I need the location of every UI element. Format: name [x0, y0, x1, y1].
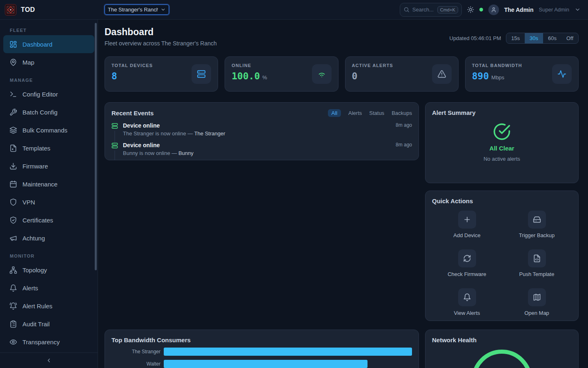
stat-value: 100.0	[232, 71, 260, 81]
app-logo-icon	[5, 4, 16, 16]
brand-name: TOD	[21, 6, 35, 13]
event-time: 8m ago	[396, 142, 412, 148]
page-subtitle: Fleet overview across The Stranger's Ran…	[105, 40, 217, 47]
sidebar-item-label: Alert Rules	[22, 303, 52, 310]
stat-card-online: ONLINE 100.0 %	[225, 56, 338, 92]
file-code-icon	[528, 249, 546, 267]
sidebar-section-manage: MANAGE	[3, 71, 94, 85]
sidebar-item-label: Achtung	[22, 235, 45, 242]
user-menu-button[interactable]	[575, 7, 581, 13]
refresh-icon	[458, 249, 476, 267]
wrench-icon	[9, 108, 17, 116]
user-role: Super Admin	[539, 7, 569, 13]
health-ring-gauge: 100	[472, 350, 532, 368]
sidebar-item-certificates[interactable]: Certificates	[3, 211, 94, 229]
events-filter-status[interactable]: Status	[369, 110, 384, 116]
search-input[interactable]: Search... Cmd+K	[400, 3, 462, 17]
shield-check-icon	[9, 216, 17, 224]
stat-label: TOTAL BANDWIDTH	[472, 63, 522, 68]
sidebar-item-label: Batch Config	[22, 109, 58, 116]
sidebar-item-label: Dashboard	[22, 41, 52, 48]
stat-label: ONLINE	[232, 63, 267, 68]
activity-icon	[557, 70, 566, 79]
search-shortcut-badge: Cmd+K	[437, 6, 458, 13]
sidebar-item-label: VPN	[22, 199, 35, 206]
refresh-interval-30s[interactable]: 30s	[525, 33, 543, 43]
sidebar-item-achtung[interactable]: Achtung	[3, 229, 94, 247]
sidebar-item-config-editor[interactable]: Config Editor	[3, 85, 94, 103]
file-icon	[9, 144, 17, 152]
search-placeholder: Search...	[412, 7, 434, 13]
sidebar-scrollbar[interactable]	[95, 23, 97, 270]
search-icon	[403, 7, 410, 13]
sidebar-item-alerts[interactable]: Alerts	[3, 279, 94, 297]
sidebar-item-label: Certificates	[22, 217, 53, 224]
sidebar-item-vpn[interactable]: VPN	[3, 193, 94, 211]
event-title: Device online	[123, 122, 160, 129]
stat-icon-box	[432, 64, 452, 84]
sidebar-item-templates[interactable]: Templates	[3, 139, 94, 157]
sidebar-item-bulk-commands[interactable]: Bulk Commands	[3, 121, 94, 139]
stat-card-total-bandwidth: TOTAL BANDWIDTH 890 Mbps	[465, 56, 579, 92]
open-map-button[interactable]: Open Map	[502, 288, 572, 316]
sidebar-item-label: Bulk Commands	[22, 127, 67, 134]
refresh-interval-group: 15s 30s 60s Off	[506, 33, 579, 44]
stat-value: 0	[352, 71, 358, 81]
events-filter-alerts[interactable]: Alerts	[348, 110, 362, 116]
sidebar-collapse-button[interactable]	[0, 352, 98, 368]
chevron-left-icon	[46, 357, 52, 364]
sidebar-item-map[interactable]: Map	[3, 53, 94, 71]
view-alerts-button[interactable]: View Alerts	[432, 288, 502, 316]
quick-actions-panel: Quick Actions Add Device Trigger Backup …	[425, 191, 579, 321]
refresh-interval-60s[interactable]: 60s	[543, 33, 561, 43]
sidebar-item-label: Alerts	[22, 285, 38, 292]
event-device-name: The Stranger	[194, 130, 225, 137]
separator: —	[187, 130, 193, 137]
sidebar-item-topology[interactable]: Topology	[3, 261, 94, 279]
refresh-interval-15s[interactable]: 15s	[506, 33, 525, 43]
event-title: Device online	[123, 142, 160, 148]
sidebar-item-label: Map	[22, 59, 34, 66]
stat-label: ACTIVE ALERTS	[352, 63, 393, 68]
sidebar-item-dashboard[interactable]: Dashboard	[3, 35, 94, 53]
bandwidth-bar	[164, 360, 368, 368]
check-firmware-button[interactable]: Check Firmware	[432, 249, 502, 277]
sidebar-item-alert-rules[interactable]: Alert Rules	[3, 297, 94, 315]
org-selector[interactable]: The Stranger's Ranch	[105, 4, 169, 15]
sidebar-item-label: Firmware	[22, 163, 48, 170]
download-icon	[9, 162, 17, 170]
map-icon	[528, 288, 546, 306]
bandwidth-bar	[164, 348, 412, 356]
layers-icon	[9, 126, 17, 134]
stat-icon-box	[552, 64, 572, 84]
events-filter-all[interactable]: All	[328, 109, 341, 117]
stat-value: 8	[111, 71, 117, 81]
recent-events-panel: Recent Events All Alerts Status Backups …	[105, 102, 419, 160]
sidebar-item-audit-trail[interactable]: Audit Trail	[3, 315, 94, 333]
dashboard-icon	[9, 40, 17, 48]
sidebar-item-maintenance[interactable]: Maintenance	[3, 175, 94, 193]
add-device-button[interactable]: Add Device	[432, 211, 502, 238]
sidebar-item-transparency[interactable]: Transparency	[3, 333, 94, 351]
event-time: 8m ago	[396, 122, 412, 129]
alert-summary-title: Alert Summary	[432, 109, 572, 116]
refresh-interval-off[interactable]: Off	[561, 33, 578, 43]
events-filter-backups[interactable]: Backups	[392, 110, 412, 116]
network-health-title: Network Health	[432, 337, 572, 343]
wifi-icon	[317, 70, 326, 79]
push-template-button[interactable]: Push Template	[502, 249, 572, 277]
sidebar-item-firmware[interactable]: Firmware	[3, 157, 94, 175]
sidebar-item-label: Config Editor	[22, 91, 58, 98]
sidebar-item-batch-config[interactable]: Batch Config	[3, 103, 94, 121]
stat-icon-box	[312, 64, 332, 84]
stat-value: 890	[472, 71, 489, 81]
timeline-connector	[114, 150, 115, 160]
top-bandwidth-panel: Top Bandwidth Consumers The Stranger Wal…	[105, 330, 419, 368]
trigger-backup-button[interactable]: Trigger Backup	[502, 211, 572, 238]
theme-toggle-button[interactable]	[467, 6, 474, 13]
avatar[interactable]	[488, 4, 499, 15]
sidebar: FLEET Dashboard Map MANAGE Config Editor…	[0, 20, 98, 368]
stat-suffix: Mbps	[491, 74, 504, 81]
network-icon	[9, 266, 17, 274]
network-health-panel: Network Health 100	[425, 330, 579, 368]
